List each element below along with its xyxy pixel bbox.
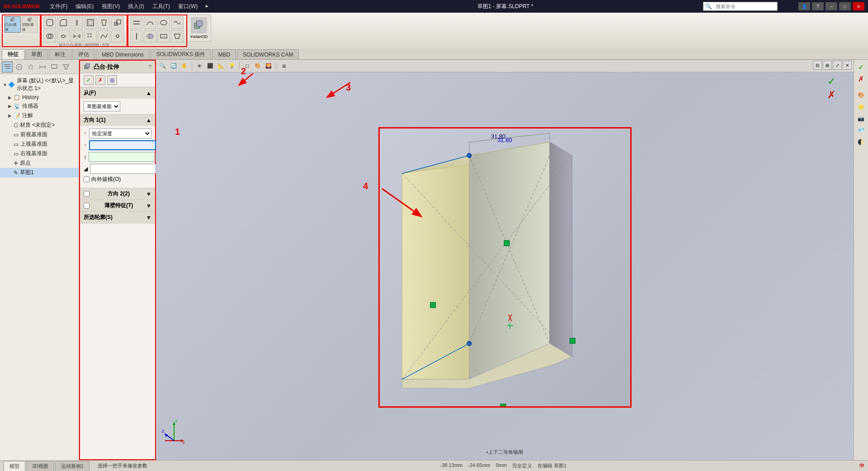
tab-mbd[interactable]: MBD <box>212 49 236 59</box>
tree-history[interactable]: ▶ 📋 History <box>0 93 79 101</box>
menu-insert[interactable]: 插入(I) <box>124 2 147 11</box>
tab-evaluate[interactable]: 评估 <box>72 49 95 59</box>
menu-file[interactable]: 文件(F) <box>46 2 71 11</box>
status-tab-motion[interactable]: 运动算例1 <box>55 461 90 471</box>
tree-front-plane[interactable]: ▭ 前视基准面 <box>0 130 79 139</box>
vp-display-icon[interactable]: ⬛ <box>205 61 215 71</box>
vp-cancel-btn[interactable]: ✗ <box>827 89 835 101</box>
intersect-icon[interactable] <box>43 30 56 43</box>
chamfer-icon[interactable] <box>57 16 70 29</box>
vp-ok-btn[interactable]: ✓ <box>827 76 835 87</box>
mirror-icon[interactable] <box>71 30 83 43</box>
instant3d-button[interactable]: Instant3D <box>187 14 211 42</box>
freeform-icon[interactable] <box>171 16 184 29</box>
vp-light-icon[interactable]: 💡 <box>227 61 237 71</box>
combine-icon[interactable] <box>144 30 156 43</box>
indent-icon[interactable] <box>157 30 170 43</box>
loft-icon[interactable] <box>171 30 184 43</box>
draft-icon[interactable] <box>98 16 110 29</box>
fp-dir1-type-select[interactable]: 给定深度 <box>89 128 151 138</box>
tab-markup[interactable]: 标注 <box>49 49 71 59</box>
config-manager-icon[interactable] <box>25 62 36 72</box>
tree-root[interactable]: ▼ 🔷 屏幕 (默认) <<默认>_显示状态 1> <box>0 76 79 93</box>
shell-icon[interactable] <box>84 16 97 29</box>
tree-sketch1[interactable]: ✎ 草图1 <box>0 168 79 177</box>
rp-ok-icon[interactable]: ✓ <box>856 62 867 72</box>
fp-contours-header[interactable]: 所选轮廓(S) ▼ <box>80 212 155 223</box>
status-tab-model[interactable]: 模型 <box>4 461 25 471</box>
menu-tools[interactable]: 工具(T) <box>149 2 174 11</box>
fp-cancel-button[interactable]: ✗ <box>95 75 105 85</box>
scan-equal-icon[interactable] <box>130 16 143 29</box>
vp-screen-icon[interactable]: 🖥 <box>278 61 288 71</box>
fp-direction2-header[interactable]: 方向 2(2) ▼ <box>80 188 155 200</box>
split-icon[interactable] <box>130 30 143 43</box>
fp-depth-value-input[interactable]: 10.00mm <box>89 154 154 160</box>
menu-edit[interactable]: 编辑(E) <box>72 2 97 11</box>
vp-view-orient-icon[interactable]: 👁 <box>194 61 204 71</box>
maximize-btn[interactable]: □ <box>839 2 851 10</box>
vp-scene-icon[interactable]: 🌄 <box>264 61 274 71</box>
filter-icon[interactable] <box>61 62 71 72</box>
display-manager-icon[interactable] <box>49 62 60 72</box>
fp-ok-button[interactable]: ✓ <box>84 75 94 85</box>
tree-material[interactable]: ⬡ 材质 <未指定> <box>0 120 79 130</box>
rp-decal-icon[interactable]: 📷 <box>856 113 867 124</box>
vp-zoom-icon[interactable]: 🔍 <box>158 61 168 71</box>
menu-window[interactable]: 窗口(W) <box>175 2 201 11</box>
scale-icon[interactable] <box>111 16 124 29</box>
menu-more[interactable]: ▸ <box>202 2 212 11</box>
vp-section-icon[interactable]: 📐 <box>216 61 226 71</box>
vp-appearance-icon[interactable]: 🎨 <box>253 61 263 71</box>
rp-scene-icon[interactable]: 🌟 <box>856 101 867 112</box>
flex-icon[interactable] <box>144 16 156 29</box>
tree-annotations[interactable]: ▶ 📝 注解 <box>0 111 79 120</box>
boss-extrude-icon[interactable]: 凸台/基体 <box>5 16 21 33</box>
vp-pan-icon[interactable]: ✋ <box>179 61 189 71</box>
tree-expander[interactable]: ▼ <box>3 82 7 87</box>
vp-close-btn[interactable]: ✕ <box>843 61 852 70</box>
vp-rotate-icon[interactable]: 🔄 <box>169 61 179 71</box>
fp-outward-draft-checkbox[interactable] <box>84 176 90 182</box>
property-manager-icon[interactable]: P <box>14 62 24 72</box>
ref-geom-icon[interactable] <box>111 30 124 43</box>
pattern-icon[interactable] <box>84 30 97 43</box>
tab-sw-plugins[interactable]: SOLIDWORKS 插件 <box>151 49 212 59</box>
tab-features[interactable]: 特征 <box>2 49 24 59</box>
fp-preview-button[interactable]: ◎ <box>107 75 117 85</box>
tree-right-plane[interactable]: ▭ 右视基准面 <box>0 149 79 158</box>
rp-appearance-icon[interactable]: 🎨 <box>856 90 867 100</box>
user-icon-btn[interactable]: 👤 <box>798 2 810 10</box>
rib-icon[interactable] <box>71 16 83 29</box>
tree-origin[interactable]: ✛ 原点 <box>0 158 79 168</box>
search-input[interactable] <box>714 4 777 9</box>
tab-mbd-dimensions[interactable]: MBD Dimensions <box>96 49 150 59</box>
fp-dir2-checkbox[interactable] <box>84 191 90 197</box>
vp-hide-icon[interactable]: ◻ <box>242 61 252 71</box>
help-btn[interactable]: ? <box>812 2 824 10</box>
fillet-icon[interactable] <box>43 16 56 29</box>
fp-from-select[interactable]: 草图基准面 <box>84 101 120 111</box>
fp-direction1-header[interactable]: 方向 1(1) ▲ <box>80 114 155 126</box>
vp-split-v-btn[interactable]: ⊞ <box>823 61 832 70</box>
tab-sw-cam[interactable]: SOLIDWORKS CAM <box>237 49 299 59</box>
tree-top-plane[interactable]: ▭ 上视基准面 <box>0 139 79 149</box>
vp-maximize-btn[interactable]: ⤢ <box>833 61 842 70</box>
rp-realview-icon[interactable]: 💎 <box>856 125 867 136</box>
minimize-btn[interactable]: ─ <box>826 2 837 10</box>
rp-shadow-icon[interactable]: 🌓 <box>856 137 867 147</box>
fp-draft-input[interactable] <box>90 166 156 171</box>
wrap-icon[interactable] <box>57 30 70 43</box>
status-tab-3dview[interactable]: 3D视图 <box>26 461 54 471</box>
cut-extrude-icon[interactable]: 切除/基体 <box>22 16 38 33</box>
tree-sensors[interactable]: ▶ 📡 传感器 <box>0 101 79 111</box>
deform-icon[interactable] <box>157 16 170 29</box>
fp-thin-checkbox[interactable] <box>84 203 90 209</box>
rp-cancel-icon[interactable]: ✗ <box>856 73 867 84</box>
fp-dir1-depth-input[interactable] <box>90 143 155 148</box>
curves-icon[interactable] <box>98 30 110 43</box>
feature-manager-icon[interactable] <box>2 62 13 72</box>
dimxpert-icon[interactable] <box>37 62 48 72</box>
fp-thin-header[interactable]: 薄壁特征(T) ▼ <box>80 200 155 211</box>
viewport[interactable]: 🔍 🔄 ✋ 👁 ⬛ 📐 💡 ◻ 🎨 🌄 🖥 ⊟ ⊞ ⤢ ✕ ✓ <box>156 60 854 460</box>
